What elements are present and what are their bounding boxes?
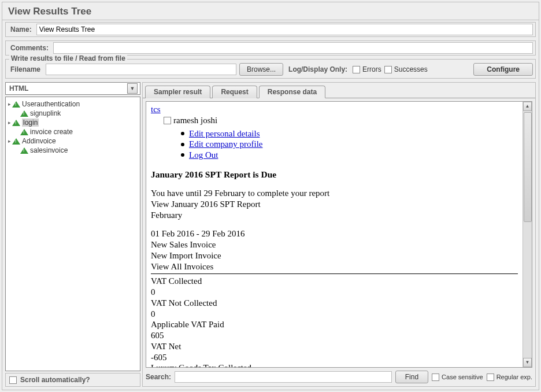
scroll-auto-label: Scroll automatically? (20, 376, 90, 384)
stat-value: 0 (151, 309, 518, 320)
chevron-down-icon: ▼ (127, 83, 138, 94)
comments-label: Comments: (8, 43, 51, 53)
errors-checkbox[interactable]: Errors (353, 65, 381, 73)
tree-node[interactable]: ▸Addinvoice (7, 136, 139, 146)
sample-ok-icon (20, 110, 28, 117)
tcs-link[interactable]: tcs (151, 105, 161, 114)
tab-response-data[interactable]: Response data (259, 86, 325, 98)
edit-company-link[interactable]: Edit company profile (189, 139, 262, 150)
sample-ok-icon (20, 147, 28, 154)
search-bar: Search: Find Case sensitive Regular exp. (146, 371, 532, 383)
renderer-combo[interactable]: HTML ▼ (5, 82, 140, 95)
user-checkbox[interactable] (164, 117, 171, 124)
tree-node[interactable]: signuplink (7, 109, 139, 118)
scroll-down-icon[interactable]: ▼ (523, 358, 532, 367)
tree-label: login (22, 119, 39, 127)
tab-sampler-result[interactable]: Sampler result (145, 86, 210, 98)
tree-node[interactable]: invoice create (7, 127, 139, 136)
tree-node[interactable]: salesinvoice (7, 146, 139, 155)
body-line: New Sales Invoice (151, 239, 518, 250)
body-line: February (151, 210, 518, 221)
response-viewer: tcs ramesh joshi Edit personal details E… (146, 101, 532, 368)
tree-toggle-icon[interactable]: ▸ (7, 120, 12, 125)
tree-label: salesinvoice (30, 146, 68, 154)
stat-value: -605 (151, 352, 518, 363)
errors-label: Errors (362, 65, 381, 73)
page-title: View Results Tree (2, 2, 539, 20)
regular-exp-label: Regular exp. (496, 373, 532, 380)
tree-label: signuplink (30, 109, 61, 117)
tree-toggle-icon[interactable]: ▸ (7, 138, 12, 144)
tree-label: Userauthentication (22, 100, 80, 108)
renderer-value: HTML (9, 84, 28, 93)
tree-label: Addinvoice (22, 137, 56, 145)
body-line: View January 2016 SPT Report (151, 199, 518, 210)
comments-input[interactable] (53, 42, 533, 54)
body-line: New Import Invoice (151, 250, 518, 261)
tree-label: invoice create (30, 128, 73, 136)
stat-value: 605 (151, 330, 518, 341)
edit-personal-link[interactable]: Edit personal details (189, 128, 260, 139)
body-line: 01 Feb 2016 - 29 Feb 2016 (151, 228, 518, 239)
browse-button[interactable]: Browse... (239, 63, 283, 76)
sample-ok-icon (12, 138, 20, 145)
stat-value: 0 (151, 287, 518, 298)
tree-node[interactable]: ▸Userauthentication (7, 99, 139, 109)
stat-label: Luxury Goods Tax Collected (151, 363, 518, 367)
regular-exp-checkbox[interactable]: Regular exp. (487, 373, 532, 381)
stat-label: VAT Not Collected (151, 298, 518, 309)
tab-request[interactable]: Request (212, 86, 257, 98)
search-input[interactable] (175, 371, 392, 383)
body-line: View All Invoices (151, 261, 518, 272)
name-input[interactable] (36, 24, 533, 35)
comments-row: Comments: (5, 40, 536, 56)
file-legend: Write results to file / Read from file (9, 54, 127, 62)
scroll-thumb[interactable] (524, 112, 532, 222)
response-content[interactable]: tcs ramesh joshi Edit personal details E… (146, 102, 523, 367)
filename-input[interactable] (46, 64, 236, 75)
vertical-scrollbar[interactable]: ▲ ▼ (523, 102, 532, 367)
search-label: Search: (146, 373, 171, 381)
user-name: ramesh joshi (173, 115, 217, 126)
stat-label: VAT Collected (151, 276, 518, 287)
find-button[interactable]: Find (395, 371, 428, 383)
case-sensitive-checkbox[interactable]: Case sensitive (432, 373, 483, 381)
logdisplay-label: Log/Display Only: (286, 64, 350, 75)
successes-label: Successes (394, 65, 428, 73)
sample-ok-icon (12, 101, 20, 108)
case-sensitive-label: Case sensitive (442, 373, 483, 380)
stat-label: Applicable VAT Paid (151, 319, 518, 330)
scroll-up-icon[interactable]: ▲ (523, 102, 532, 111)
name-row: Name: (5, 22, 536, 37)
configure-button[interactable]: Configure (473, 63, 533, 76)
tabs: Sampler result Request Response data (143, 83, 535, 98)
report-heading: January 2016 SPT Report is Due (151, 169, 518, 180)
name-label: Name: (8, 24, 34, 35)
sample-ok-icon (12, 120, 20, 126)
body-line: You have until 29 February to complete y… (151, 188, 518, 199)
tree-toggle-icon[interactable]: ▸ (7, 101, 12, 107)
file-fieldset: Write results to file / Read from file F… (5, 59, 536, 79)
filename-label: Filename (8, 64, 43, 75)
scroll-auto-checkbox[interactable]: Scroll automatically? (5, 373, 140, 387)
results-tree[interactable]: ▸Userauthenticationsignuplink▸logininvoi… (5, 97, 140, 371)
logout-link[interactable]: Log Out (189, 150, 218, 161)
successes-checkbox[interactable]: Successes (384, 65, 428, 73)
stat-label: VAT Net (151, 341, 518, 352)
sample-ok-icon (20, 129, 28, 135)
tree-node[interactable]: ▸login (7, 118, 139, 127)
